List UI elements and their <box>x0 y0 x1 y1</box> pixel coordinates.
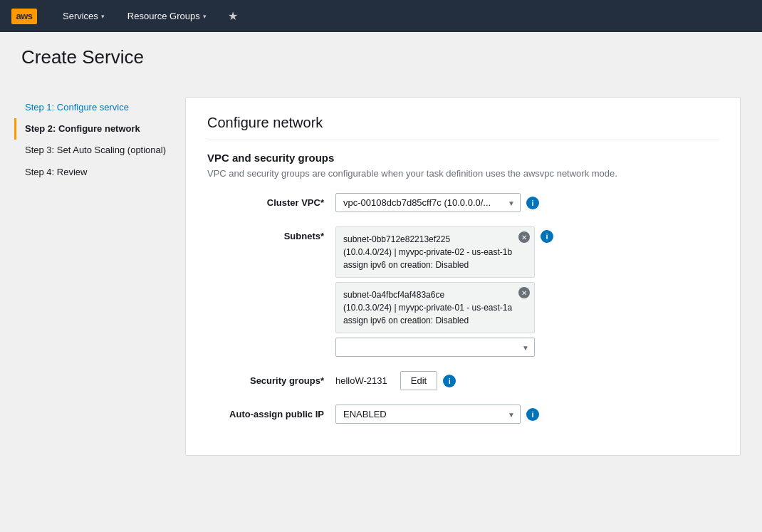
page-content: Step 1: Configure service Step 2: Config… <box>0 75 762 477</box>
subnet2-id: subnet-0a4fbcf4af483a6ce <box>343 288 514 301</box>
cluster-vpc-select-wrapper: vpc-00108dcb7d85cff7c (10.0.0.0/... <box>335 193 521 212</box>
subnet1-cidr: (10.0.4.0/24) | myvpc-private-02 - us-ea… <box>343 246 514 259</box>
subnet2-cidr: (10.0.3.0/24) | myvpc-private-01 - us-ea… <box>343 301 514 314</box>
subnet2-remove-button[interactable]: ✕ <box>518 287 530 298</box>
auto-assign-info-icon[interactable]: i <box>526 408 539 421</box>
aws-logo: aws <box>11 9 37 24</box>
sidebar-item-step2[interactable]: Step 2: Configure network <box>14 118 171 140</box>
page-title: Create Service <box>21 46 741 68</box>
cluster-vpc-control: vpc-00108dcb7d85cff7c (10.0.0.0/... i <box>335 193 719 212</box>
subsection-desc: VPC and security groups are configurable… <box>207 168 719 179</box>
subnets-row: Subnets* subnet-0bb712e82213ef225 (10.0.… <box>207 226 719 357</box>
services-nav-item[interactable]: Services ▾ <box>58 8 109 24</box>
sidebar: Step 1: Configure service Step 2: Config… <box>14 97 171 456</box>
subsection-title: VPC and security groups <box>207 152 719 164</box>
subnets-list: subnet-0bb712e82213ef225 (10.0.4.0/24) |… <box>335 226 535 357</box>
subnets-label: Subnets* <box>207 226 335 241</box>
auto-assign-label: Auto-assign public IP <box>207 405 335 419</box>
security-groups-value: helloW-2131 <box>335 371 387 386</box>
services-chevron-icon: ▾ <box>101 13 105 20</box>
subnet-add-select[interactable] <box>335 338 535 357</box>
cluster-vpc-info-icon[interactable]: i <box>526 197 539 209</box>
cluster-vpc-select[interactable]: vpc-00108dcb7d85cff7c (10.0.0.0/... <box>335 193 521 212</box>
services-label: Services <box>63 11 98 21</box>
subnet2-ipv6: assign ipv6 on creation: Disabled <box>343 314 514 327</box>
aws-logo-box: aws <box>11 9 37 24</box>
subnets-info-icon[interactable]: i <box>541 230 553 243</box>
resource-groups-label: Resource Groups <box>127 11 200 21</box>
cluster-vpc-label: Cluster VPC* <box>207 193 335 208</box>
auto-assign-row: Auto-assign public IP ENABLED DISABLED i <box>207 405 719 424</box>
resource-groups-chevron-icon: ▾ <box>203 13 207 20</box>
page-title-area: Create Service <box>0 32 762 75</box>
sidebar-item-step3[interactable]: Step 3: Set Auto Scaling (optional) <box>14 140 171 161</box>
sidebar-item-step1[interactable]: Step 1: Configure service <box>14 97 171 118</box>
subnet1-ipv6: assign ipv6 on creation: Disabled <box>343 259 514 271</box>
favorites-icon[interactable]: ★ <box>228 9 238 23</box>
subnet-item-1: subnet-0bb712e82213ef225 (10.0.4.0/24) |… <box>335 226 535 278</box>
security-groups-info-icon[interactable]: i <box>443 375 456 387</box>
subnet1-remove-button[interactable]: ✕ <box>518 231 530 243</box>
security-groups-label: Security groups* <box>207 371 335 386</box>
subnet1-id: subnet-0bb712e82213ef225 <box>343 233 514 246</box>
cluster-vpc-row: Cluster VPC* vpc-00108dcb7d85cff7c (10.0… <box>207 193 719 212</box>
auto-assign-select[interactable]: ENABLED DISABLED <box>335 405 521 424</box>
subnet-item-2: subnet-0a4fbcf4af483a6ce (10.0.3.0/24) |… <box>335 282 535 333</box>
security-groups-row: Security groups* helloW-2131 Edit i <box>207 371 719 390</box>
subnets-control: subnet-0bb712e82213ef225 (10.0.4.0/24) |… <box>335 226 719 357</box>
section-title: Configure network <box>207 115 719 140</box>
sidebar-item-step4[interactable]: Step 4: Review <box>14 162 171 183</box>
subnet-add-select-wrapper <box>335 338 535 357</box>
security-groups-control: helloW-2131 Edit i <box>335 371 719 390</box>
edit-security-groups-button[interactable]: Edit <box>400 371 437 390</box>
auto-assign-select-wrapper: ENABLED DISABLED <box>335 405 521 424</box>
aws-logo-text: aws <box>16 11 32 21</box>
top-navigation: aws Services ▾ Resource Groups ▾ ★ <box>0 0 762 32</box>
page-wrapper: Create Service Step 1: Configure service… <box>0 32 762 532</box>
auto-assign-control: ENABLED DISABLED i <box>335 405 719 424</box>
main-content: Configure network VPC and security group… <box>185 97 741 456</box>
resource-groups-nav-item[interactable]: Resource Groups ▾ <box>123 8 211 24</box>
